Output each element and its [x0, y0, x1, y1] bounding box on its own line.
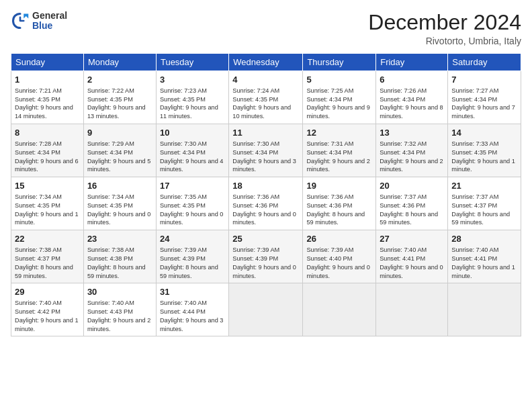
day-info: Sunrise: 7:37 AM Sunset: 4:36 PM Dayligh… — [380, 193, 444, 228]
page: General Blue December 2024 Rivotorto, Um… — [0, 0, 532, 411]
day-info: Sunrise: 7:30 AM Sunset: 4:34 PM Dayligh… — [232, 140, 299, 175]
calendar-cell: 13Sunrise: 7:32 AM Sunset: 4:34 PM Dayli… — [376, 124, 448, 177]
day-number: 29 — [15, 286, 80, 298]
weekday-header-wednesday: Wednesday — [229, 54, 303, 71]
calendar-table: SundayMondayTuesdayWednesdayThursdayFrid… — [11, 53, 521, 336]
day-number: 26 — [306, 233, 372, 245]
calendar-cell: 7Sunrise: 7:27 AM Sunset: 4:34 PM Daylig… — [448, 71, 521, 124]
calendar-cell: 16Sunrise: 7:34 AM Sunset: 4:35 PM Dayli… — [83, 177, 156, 230]
day-number: 8 — [15, 127, 80, 139]
day-number: 22 — [15, 233, 80, 245]
day-info: Sunrise: 7:29 AM Sunset: 4:34 PM Dayligh… — [87, 140, 152, 175]
day-number: 15 — [15, 180, 80, 192]
calendar-cell: 23Sunrise: 7:38 AM Sunset: 4:38 PM Dayli… — [83, 230, 156, 283]
weekday-header-tuesday: Tuesday — [156, 54, 228, 71]
day-number: 24 — [160, 233, 225, 245]
day-info: Sunrise: 7:40 AM Sunset: 4:41 PM Dayligh… — [451, 246, 517, 281]
calendar-cell: 1Sunrise: 7:21 AM Sunset: 4:35 PM Daylig… — [11, 71, 84, 124]
calendar-week-row: 1Sunrise: 7:21 AM Sunset: 4:35 PM Daylig… — [11, 71, 521, 124]
calendar-cell: 15Sunrise: 7:34 AM Sunset: 4:35 PM Dayli… — [11, 177, 84, 230]
title-block: December 2024 Rivotorto, Umbria, Italy — [368, 11, 521, 46]
day-info: Sunrise: 7:40 AM Sunset: 4:44 PM Dayligh… — [160, 299, 225, 334]
day-number: 17 — [160, 180, 225, 192]
day-number: 3 — [160, 74, 225, 86]
calendar-cell: 5Sunrise: 7:25 AM Sunset: 4:34 PM Daylig… — [303, 71, 376, 124]
day-info: Sunrise: 7:37 AM Sunset: 4:37 PM Dayligh… — [451, 193, 517, 228]
svg-marker-1 — [24, 14, 28, 19]
calendar-cell — [303, 283, 376, 336]
day-number: 2 — [87, 74, 152, 86]
day-info: Sunrise: 7:22 AM Sunset: 4:35 PM Dayligh… — [87, 87, 152, 122]
calendar-cell: 6Sunrise: 7:26 AM Sunset: 4:34 PM Daylig… — [376, 71, 448, 124]
day-info: Sunrise: 7:33 AM Sunset: 4:35 PM Dayligh… — [451, 140, 517, 175]
day-info: Sunrise: 7:36 AM Sunset: 4:36 PM Dayligh… — [232, 193, 299, 228]
day-number: 18 — [232, 180, 299, 192]
logo: General Blue — [11, 11, 67, 32]
day-info: Sunrise: 7:35 AM Sunset: 4:35 PM Dayligh… — [160, 193, 225, 228]
calendar-cell: 31Sunrise: 7:40 AM Sunset: 4:44 PM Dayli… — [156, 283, 228, 336]
month-title: December 2024 — [368, 11, 521, 34]
day-number: 1 — [15, 74, 80, 86]
day-info: Sunrise: 7:40 AM Sunset: 4:42 PM Dayligh… — [15, 299, 80, 334]
logo-icon — [11, 11, 30, 30]
logo-blue-text: Blue — [32, 21, 67, 31]
calendar-cell: 9Sunrise: 7:29 AM Sunset: 4:34 PM Daylig… — [83, 124, 156, 177]
calendar-week-row: 8Sunrise: 7:28 AM Sunset: 4:34 PM Daylig… — [11, 124, 521, 177]
day-info: Sunrise: 7:38 AM Sunset: 4:37 PM Dayligh… — [15, 246, 80, 281]
calendar-cell: 4Sunrise: 7:24 AM Sunset: 4:35 PM Daylig… — [229, 71, 303, 124]
calendar-cell: 12Sunrise: 7:31 AM Sunset: 4:34 PM Dayli… — [303, 124, 376, 177]
calendar-cell: 27Sunrise: 7:40 AM Sunset: 4:41 PM Dayli… — [376, 230, 448, 283]
day-number: 19 — [306, 180, 372, 192]
day-info: Sunrise: 7:36 AM Sunset: 4:36 PM Dayligh… — [306, 193, 372, 228]
day-info: Sunrise: 7:39 AM Sunset: 4:40 PM Dayligh… — [306, 246, 372, 281]
day-number: 21 — [451, 180, 517, 192]
weekday-header-thursday: Thursday — [303, 54, 376, 71]
calendar-cell — [229, 283, 303, 336]
calendar-cell: 17Sunrise: 7:35 AM Sunset: 4:35 PM Dayli… — [156, 177, 228, 230]
calendar-cell: 10Sunrise: 7:30 AM Sunset: 4:34 PM Dayli… — [156, 124, 228, 177]
calendar-cell: 28Sunrise: 7:40 AM Sunset: 4:41 PM Dayli… — [448, 230, 521, 283]
day-info: Sunrise: 7:34 AM Sunset: 4:35 PM Dayligh… — [87, 193, 152, 228]
calendar-cell: 21Sunrise: 7:37 AM Sunset: 4:37 PM Dayli… — [448, 177, 521, 230]
location-subtitle: Rivotorto, Umbria, Italy — [368, 36, 521, 46]
day-number: 27 — [380, 233, 444, 245]
day-info: Sunrise: 7:39 AM Sunset: 4:39 PM Dayligh… — [160, 246, 225, 281]
calendar-cell — [448, 283, 521, 336]
day-number: 12 — [306, 127, 372, 139]
day-number: 23 — [87, 233, 152, 245]
day-number: 13 — [380, 127, 444, 139]
calendar-cell: 29Sunrise: 7:40 AM Sunset: 4:42 PM Dayli… — [11, 283, 84, 336]
logo-general-text: General — [32, 11, 67, 21]
day-number: 7 — [451, 74, 517, 86]
day-info: Sunrise: 7:31 AM Sunset: 4:34 PM Dayligh… — [306, 140, 372, 175]
calendar-cell: 20Sunrise: 7:37 AM Sunset: 4:36 PM Dayli… — [376, 177, 448, 230]
day-number: 30 — [87, 286, 152, 298]
logo-text: General Blue — [32, 11, 67, 32]
weekday-header-row: SundayMondayTuesdayWednesdayThursdayFrid… — [11, 54, 521, 71]
day-number: 11 — [232, 127, 299, 139]
calendar-cell — [376, 283, 448, 336]
calendar-cell: 18Sunrise: 7:36 AM Sunset: 4:36 PM Dayli… — [229, 177, 303, 230]
calendar-cell: 19Sunrise: 7:36 AM Sunset: 4:36 PM Dayli… — [303, 177, 376, 230]
day-info: Sunrise: 7:30 AM Sunset: 4:34 PM Dayligh… — [160, 140, 225, 175]
day-info: Sunrise: 7:40 AM Sunset: 4:43 PM Dayligh… — [87, 299, 152, 334]
day-info: Sunrise: 7:27 AM Sunset: 4:34 PM Dayligh… — [451, 87, 517, 122]
day-info: Sunrise: 7:26 AM Sunset: 4:34 PM Dayligh… — [380, 87, 444, 122]
day-info: Sunrise: 7:32 AM Sunset: 4:34 PM Dayligh… — [380, 140, 444, 175]
calendar-cell: 30Sunrise: 7:40 AM Sunset: 4:43 PM Dayli… — [83, 283, 156, 336]
day-number: 9 — [87, 127, 152, 139]
day-number: 28 — [451, 233, 517, 245]
day-info: Sunrise: 7:40 AM Sunset: 4:41 PM Dayligh… — [380, 246, 444, 281]
day-info: Sunrise: 7:38 AM Sunset: 4:38 PM Dayligh… — [87, 246, 152, 281]
calendar-week-row: 22Sunrise: 7:38 AM Sunset: 4:37 PM Dayli… — [11, 230, 521, 283]
day-info: Sunrise: 7:23 AM Sunset: 4:35 PM Dayligh… — [160, 87, 225, 122]
weekday-header-friday: Friday — [376, 54, 448, 71]
calendar-week-row: 15Sunrise: 7:34 AM Sunset: 4:35 PM Dayli… — [11, 177, 521, 230]
day-info: Sunrise: 7:34 AM Sunset: 4:35 PM Dayligh… — [15, 193, 80, 228]
calendar-cell: 24Sunrise: 7:39 AM Sunset: 4:39 PM Dayli… — [156, 230, 228, 283]
weekday-header-sunday: Sunday — [11, 54, 84, 71]
day-number: 5 — [306, 74, 372, 86]
day-number: 10 — [160, 127, 225, 139]
day-info: Sunrise: 7:28 AM Sunset: 4:34 PM Dayligh… — [15, 140, 80, 175]
weekday-header-saturday: Saturday — [448, 54, 521, 71]
